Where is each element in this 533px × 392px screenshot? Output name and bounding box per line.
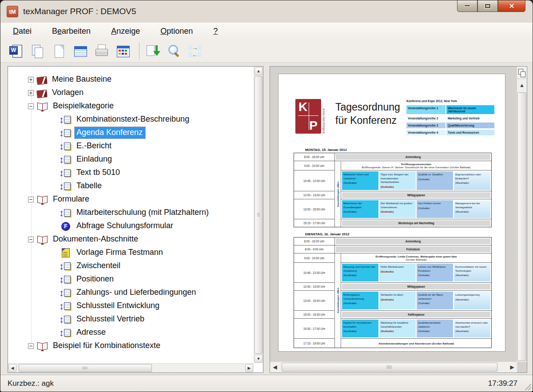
schedule-row: 13:00 - 15:00 Uhr bbox=[294, 199, 491, 219]
new-document-button[interactable] bbox=[50, 43, 67, 59]
tree-expander[interactable] bbox=[28, 77, 34, 83]
tree-item-label[interactable]: Einladung bbox=[75, 154, 115, 165]
tree-item-label[interactable]: Meine Bausteine bbox=[50, 74, 114, 85]
tree-item-label[interactable]: Abfrage Schulungsformular bbox=[75, 220, 176, 232]
scroll-right-arrow[interactable]: ▶ bbox=[245, 364, 253, 372]
printer-icon bbox=[94, 44, 109, 59]
table-icon bbox=[72, 44, 88, 59]
menu-item[interactable]: Bearbeiten bbox=[52, 27, 91, 36]
close-button[interactable]: ✕ bbox=[498, 0, 525, 12]
session-cell: Tipps zum Steigern der internationalen V… bbox=[379, 171, 416, 190]
tree-item-label[interactable]: Beispiel für Kombinationstexte bbox=[51, 340, 163, 352]
tree-item-label[interactable]: Vorlage Firma Testmann bbox=[75, 247, 166, 258]
tree-item[interactable]: Abfrage Schulungsformular bbox=[8, 219, 254, 233]
tree-item[interactable]: Adresse bbox=[8, 326, 254, 339]
tree-item-label[interactable]: Dokumenten-Abschnitte bbox=[51, 234, 141, 245]
insert-document-button[interactable] bbox=[139, 43, 161, 59]
tree-item[interactable]: Einladung bbox=[8, 153, 254, 166]
resize-grip[interactable] bbox=[525, 384, 531, 390]
tree-horizontal-scrollbar[interactable]: ◀ ▶ bbox=[8, 363, 254, 372]
session-hall: (Nordhalle) bbox=[343, 210, 377, 214]
scroll-thumb[interactable] bbox=[19, 364, 152, 372]
tree-item[interactable]: Meine Bausteine bbox=[8, 73, 254, 86]
scroll-left-arrow[interactable]: ◀ bbox=[271, 363, 279, 372]
menu-item[interactable]: ? bbox=[213, 27, 218, 36]
day-table: Ausstellungen offen 8:00 - 16:00 Uhr Anm… bbox=[294, 153, 492, 227]
minimize-button[interactable] bbox=[457, 0, 477, 12]
scroll-thumb[interactable] bbox=[282, 363, 497, 372]
day-date-heading: MONTAG, 15. Januar 2012 bbox=[305, 148, 492, 152]
tree-item-label[interactable]: Mitarbeiterschulung (mit Platzhaltern) bbox=[75, 207, 211, 218]
tree-item-label[interactable]: Schlussteil Vertrieb bbox=[75, 313, 147, 325]
tree-expander[interactable] bbox=[28, 197, 34, 202]
copy-button[interactable] bbox=[29, 43, 46, 59]
tree-item-label[interactable]: Agenda Konferenz bbox=[75, 127, 145, 139]
tree-item-label[interactable]: Adresse bbox=[75, 327, 108, 338]
time-cell: 15:00 - 15:30 Uhr bbox=[294, 311, 335, 318]
tree-vertical-scrollbar[interactable]: ▲ ▼ bbox=[254, 67, 263, 363]
tree-expander[interactable] bbox=[28, 343, 34, 349]
menu-item[interactable]: Anzeige bbox=[111, 27, 140, 36]
tree-expander[interactable] bbox=[28, 237, 34, 242]
maximize-button[interactable] bbox=[477, 0, 498, 12]
tree-item-label[interactable]: Kombinationstext-Beschreibung bbox=[75, 114, 192, 125]
tree-item[interactable]: E.-Bericht bbox=[8, 139, 254, 153]
tree-item[interactable]: Vorlage Firma Testmann bbox=[8, 246, 254, 259]
page-overview-button[interactable] bbox=[517, 67, 527, 79]
tree-expander[interactable] bbox=[28, 103, 34, 109]
scroll-thumb[interactable] bbox=[255, 76, 263, 354]
exchange-button[interactable] bbox=[187, 43, 203, 59]
tree-item[interactable]: Vorlagen bbox=[8, 86, 254, 99]
scroll-down-arrow[interactable]: ▼ bbox=[255, 355, 263, 363]
table-view-button[interactable] bbox=[72, 43, 88, 59]
tree-item[interactable]: Zwischenteil bbox=[8, 259, 254, 273]
tree-item-label[interactable]: Vorlagen bbox=[50, 87, 86, 99]
tree-item[interactable]: Tabelle bbox=[8, 179, 254, 193]
scroll-right-arrow[interactable]: ▶ bbox=[508, 363, 516, 372]
tree-item-label[interactable]: Zahlungs- und Lieferbedingungen bbox=[75, 287, 199, 298]
session-title: Leistungssteigerung bbox=[455, 293, 489, 297]
tree-item[interactable]: Positionen bbox=[8, 273, 254, 286]
tree-item-label[interactable]: Schlussteil Entwicklung bbox=[75, 300, 162, 312]
preview-vertical-scrollbar[interactable]: ▲ bbox=[517, 79, 527, 362]
scroll-left-arrow[interactable]: ◀ bbox=[8, 364, 16, 372]
scroll-thumb[interactable] bbox=[517, 92, 526, 361]
tree-item[interactable]: Schlussteil Vertrieb bbox=[8, 313, 254, 326]
tree-item-label[interactable]: Text tb 5010 bbox=[75, 167, 123, 178]
band-cell: Kaffeepause bbox=[342, 312, 490, 317]
tree-item[interactable]: Formulare bbox=[8, 193, 254, 206]
scroll-up-arrow[interactable]: ▲ bbox=[517, 81, 526, 90]
title-bar[interactable]: tM texManager PROF : DEMOV5 ✕ bbox=[0, 0, 533, 23]
print-button[interactable] bbox=[93, 43, 110, 59]
menu-item[interactable]: Datei bbox=[13, 27, 32, 36]
event-line: Konferenz und Expo 2012, New York bbox=[406, 99, 457, 103]
tree-item[interactable]: Kombinationstext-Beschreibung bbox=[8, 113, 254, 126]
tree-item-label[interactable]: Positionen bbox=[75, 273, 116, 285]
tree-item[interactable]: Beispiel für Kombinationstexte bbox=[8, 339, 254, 352]
session-title: Qualität an der Basis verbessern bbox=[418, 293, 452, 301]
tree-item[interactable]: Zahlungs- und Lieferbedingungen bbox=[8, 286, 254, 299]
row-content: Abendveranstaltungen und Abendessen (Gro… bbox=[341, 339, 491, 348]
preview-button[interactable] bbox=[165, 43, 182, 59]
session-title: Maximieren der Zuverlässigkeit bbox=[343, 202, 377, 209]
tree-item-label[interactable]: E.-Bericht bbox=[75, 140, 114, 152]
preview-horizontal-scrollbar[interactable]: ◀ ▶ bbox=[270, 362, 517, 372]
tree-item[interactable]: Agenda Konferenz bbox=[8, 126, 254, 139]
tree-item-label[interactable]: Beispielkategorie bbox=[51, 100, 116, 112]
tree-item[interactable]: Dokumenten-Abschnitte bbox=[8, 233, 254, 246]
tree-item-icon bbox=[37, 101, 48, 111]
tree-item[interactable]: Mitarbeiterschulung (mit Platzhaltern) bbox=[8, 206, 254, 219]
tree-item-label[interactable]: Zwischenteil bbox=[75, 260, 123, 272]
category-grid-button[interactable] bbox=[114, 43, 131, 59]
menu-item[interactable]: Optionen bbox=[160, 27, 193, 36]
tree-item-label[interactable]: Formulare bbox=[51, 194, 92, 205]
tree-item[interactable]: Schlussteil Entwicklung bbox=[8, 299, 254, 313]
session-cell: Qualitätsstandards etablieren (Osthalle) bbox=[417, 320, 453, 337]
tree-item[interactable]: Beispielkategorie bbox=[8, 99, 254, 113]
tree-item[interactable]: Text tb 5010 bbox=[8, 166, 254, 179]
word-export-button[interactable] bbox=[8, 43, 24, 59]
tree-item-label[interactable]: Tabelle bbox=[75, 180, 104, 192]
tree-expander[interactable] bbox=[28, 90, 34, 96]
document-title: Tagesordnung für Konferenz bbox=[335, 101, 400, 127]
scroll-up-arrow[interactable]: ▲ bbox=[255, 67, 263, 75]
